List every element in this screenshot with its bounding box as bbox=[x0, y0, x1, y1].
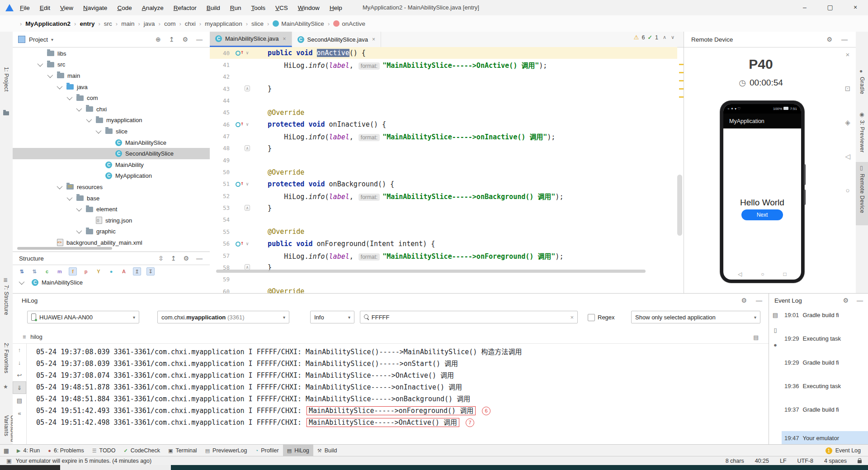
menu-item[interactable]: Tools bbox=[251, 5, 266, 11]
log-scope-select[interactable]: Show only selected application ▾ bbox=[631, 311, 760, 323]
event-log-title[interactable]: Event Log bbox=[774, 297, 802, 304]
hide-icon[interactable]: — bbox=[196, 255, 203, 262]
override-marker-icon[interactable] bbox=[234, 59, 243, 71]
tool-window-button[interactable]: HiLog bbox=[283, 445, 313, 456]
code-line[interactable]: 43 } bbox=[210, 83, 677, 95]
menu-item[interactable]: Window bbox=[298, 5, 320, 11]
collapse-all-icon[interactable]: ↥ bbox=[171, 255, 176, 262]
event-log-entry[interactable]: 19:01Gradle build fi bbox=[784, 312, 868, 335]
autoscroll-target-icon[interactable]: ↧ bbox=[146, 267, 155, 275]
override-marker-icon[interactable] bbox=[234, 274, 243, 285]
breadcrumb-item[interactable]: myapplication bbox=[196, 20, 242, 27]
fold-marker-icon[interactable] bbox=[243, 83, 251, 95]
locate-icon[interactable]: ⊕ bbox=[156, 36, 161, 43]
chevron-expanded-icon[interactable] bbox=[57, 83, 63, 89]
code-line[interactable]: 44 bbox=[210, 95, 677, 106]
status-widget[interactable]: 8 chars bbox=[726, 458, 744, 464]
gradle-icon[interactable]: ● bbox=[859, 68, 863, 74]
autoscroll-source-icon[interactable]: ↥ bbox=[133, 267, 141, 275]
code-line[interactable]: 55 @Override bbox=[210, 226, 677, 237]
phone-nav-icon[interactable]: ○ bbox=[761, 271, 764, 277]
tool-window-switcher-icon[interactable]: ▦ bbox=[0, 447, 13, 454]
status-widget[interactable]: LF bbox=[780, 458, 787, 464]
menu-item[interactable]: Refactor bbox=[174, 5, 197, 11]
expand-all-icon[interactable]: ⇳ bbox=[158, 255, 164, 262]
breadcrumb-item[interactable]: chxi bbox=[175, 20, 195, 27]
code-line[interactable]: 41 HiLog.info(label, format:"MainAbility… bbox=[210, 59, 677, 71]
event-log-entry[interactable]: 19:29Executing task bbox=[784, 335, 868, 359]
tree-item[interactable]: resources bbox=[13, 181, 210, 193]
hide-icon[interactable]: — bbox=[196, 36, 203, 43]
menu-item[interactable]: Code bbox=[117, 5, 132, 11]
code-line[interactable]: 46 protected void onInactive() { bbox=[210, 119, 677, 130]
chevron-expanded-icon[interactable] bbox=[96, 128, 102, 134]
override-marker-icon[interactable] bbox=[234, 71, 243, 83]
kotlin-icon[interactable]: ● bbox=[108, 268, 115, 275]
sidebar-item-previewer[interactable]: 3: Previewer bbox=[859, 120, 865, 153]
code-line[interactable]: 56 public void onForeground(Intent inten… bbox=[210, 238, 677, 250]
log-line[interactable]: 05-24 19:37:08.074 3361-3361/com.chxi.my… bbox=[26, 370, 769, 381]
settings-icon[interactable]: ⚙ bbox=[182, 36, 188, 43]
show-classes-icon[interactable]: c bbox=[43, 268, 51, 275]
vertical-scrollbar[interactable] bbox=[677, 175, 682, 236]
fold-marker-icon[interactable] bbox=[243, 142, 251, 154]
code-line[interactable]: 50 @Override bbox=[210, 166, 677, 178]
eye-icon[interactable]: ◉ bbox=[859, 111, 864, 118]
filter-list-icon[interactable]: ≡ bbox=[23, 334, 26, 340]
sidebar-item-favorites[interactable]: 2: Favorites bbox=[3, 343, 9, 374]
tree-item[interactable]: MyApplication bbox=[13, 171, 210, 182]
override-marker-icon[interactable] bbox=[234, 95, 243, 106]
menu-item[interactable]: Edit bbox=[40, 5, 50, 11]
code-line[interactable]: 51 protected void onBackground() { bbox=[210, 178, 677, 190]
tree-item[interactable]: base bbox=[13, 193, 210, 204]
phone-nav-icon[interactable]: ◁ bbox=[738, 271, 742, 277]
phone-nav-icon[interactable]: □ bbox=[783, 271, 787, 277]
editor-tab[interactable]: MainAbilitySlice.java × bbox=[210, 32, 292, 47]
breadcrumb-item[interactable]: main bbox=[112, 20, 135, 27]
show-methods-icon[interactable]: m bbox=[56, 268, 63, 275]
chevron-expanded-icon[interactable] bbox=[86, 117, 92, 123]
editor-tab[interactable]: SecondAbilitySlice.java × bbox=[292, 32, 381, 47]
tree-item[interactable]: chxi bbox=[13, 104, 210, 115]
scroll-up-icon[interactable]: ↑ bbox=[13, 343, 26, 356]
log-line[interactable]: 05-24 19:51:42.493 3361-3361/com.chxi.my… bbox=[26, 405, 769, 417]
code-line[interactable]: 45 @Override bbox=[210, 107, 677, 119]
menu-item[interactable]: File bbox=[20, 5, 30, 11]
show-fields-icon[interactable]: f bbox=[69, 267, 77, 275]
status-widget[interactable]: 40:25 bbox=[755, 458, 769, 464]
override-marker-icon[interactable] bbox=[234, 154, 243, 166]
settings-icon[interactable]: ⚙ bbox=[183, 255, 189, 262]
tree-item[interactable]: SecondAbilitySlice bbox=[13, 148, 210, 159]
chevron-expanded-icon[interactable] bbox=[47, 72, 53, 78]
breadcrumb-item[interactable]: onActive bbox=[324, 20, 365, 27]
event-log-entry[interactable]: 19:29Gradle build fi bbox=[784, 359, 868, 383]
breadcrumb-item[interactable]: src bbox=[94, 20, 112, 27]
override-marker-icon[interactable] bbox=[234, 250, 243, 261]
log-device-select[interactable]: HUAWEI ANA-AN00 ▾ bbox=[27, 311, 139, 323]
tree-item[interactable]: java bbox=[13, 81, 210, 93]
tool-window-button[interactable]: 4: Run bbox=[13, 445, 44, 456]
menu-item[interactable]: Run bbox=[230, 5, 241, 11]
clear-all-icon[interactable]: ▯ bbox=[769, 327, 782, 342]
tool-window-button[interactable]: CodeCheck bbox=[119, 445, 164, 456]
rotate-icon[interactable]: ◈ bbox=[843, 100, 852, 133]
code-line[interactable]: 47 HiLog.info(label, format:"MainAbility… bbox=[210, 130, 677, 142]
sort-alpha-icon[interactable]: ⇅ bbox=[18, 268, 25, 275]
event-log-selected-entry[interactable]: 19:47 Your emulator bbox=[782, 431, 868, 445]
code-line[interactable]: 49 bbox=[210, 154, 677, 166]
code-line[interactable]: 57 HiLog.info(label, format:"MainAbility… bbox=[210, 250, 677, 261]
tool-window-button[interactable]: Build bbox=[313, 445, 341, 456]
filter-events-icon[interactable]: ▤ bbox=[769, 312, 782, 327]
tree-item[interactable]: main bbox=[13, 70, 210, 81]
tree-item[interactable]: MainAbility bbox=[13, 159, 210, 171]
override-marker-icon[interactable] bbox=[234, 238, 243, 250]
hide-icon[interactable]: — bbox=[857, 297, 863, 304]
breadcrumb-item[interactable]: entry bbox=[71, 20, 94, 27]
close-icon[interactable]: × bbox=[372, 36, 375, 43]
status-widget[interactable]: 4 spaces bbox=[824, 458, 847, 464]
menu-item[interactable]: View bbox=[60, 5, 73, 11]
lock-icon[interactable] bbox=[858, 460, 862, 463]
regex-checkbox[interactable] bbox=[588, 314, 595, 321]
close-button[interactable]: × bbox=[843, 0, 868, 15]
hilog-title[interactable]: HiLog bbox=[22, 297, 38, 304]
